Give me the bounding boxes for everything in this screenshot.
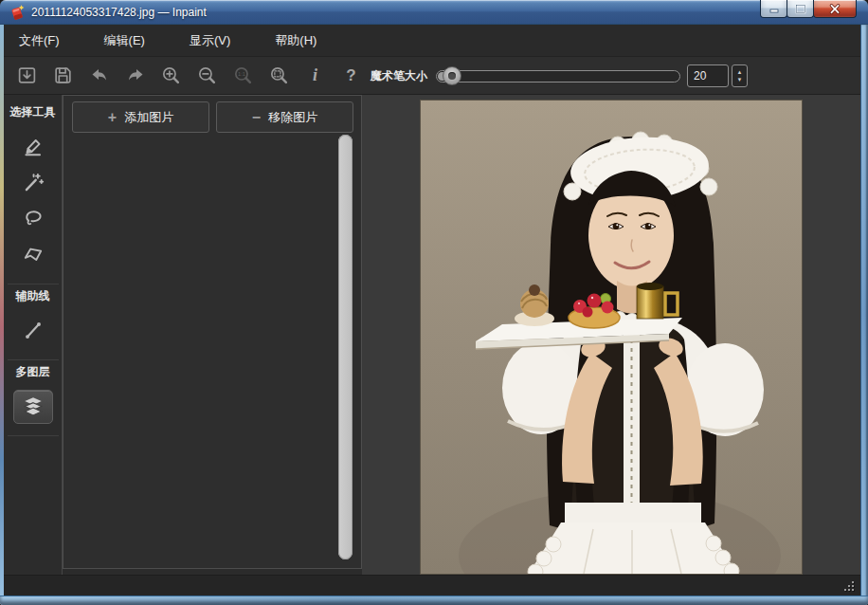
window-border-bottom [0, 596, 868, 605]
redo-button[interactable] [124, 64, 146, 88]
statusbar [4, 575, 860, 596]
menu-help[interactable]: 帮助(H) [275, 32, 316, 49]
polygon-lasso-tool-button[interactable] [19, 240, 47, 268]
layers-button[interactable] [13, 390, 53, 424]
image-list-area [63, 133, 361, 568]
polygon-lasso-icon [22, 243, 45, 266]
zoom-actual-size-icon: 1:1 [233, 65, 253, 85]
section-label-layers: 多图层 [16, 364, 50, 380]
marker-icon [22, 135, 45, 157]
minimize-icon [769, 4, 780, 13]
slider-handle[interactable] [443, 66, 461, 85]
zoom-out-icon [197, 65, 217, 85]
menu-edit[interactable]: 编辑(E) [104, 32, 145, 49]
brush-size-spinbox: 20 ▲ ▼ [687, 64, 748, 87]
menubar: 文件(F) 编辑(E) 显示(V) 帮助(H) [4, 25, 860, 57]
section-layers: 多图层 [8, 360, 59, 436]
undo-button[interactable] [88, 64, 110, 88]
marker-tool-button[interactable] [19, 132, 47, 160]
info-button[interactable]: i [304, 64, 326, 88]
toolbar: 1:1 i ? 魔术笔大小 [4, 57, 860, 95]
section-guide-lines: 辅助线 [8, 284, 59, 360]
window-border-right [860, 25, 868, 605]
open-image-icon [17, 65, 37, 85]
photo-maid-with-dessert-tray [421, 101, 802, 574]
maximize-icon [795, 4, 806, 14]
brush-size-slider[interactable] [436, 70, 680, 82]
inpaint-window: 20111124053317428.jpg — Inpaint 文件(F) [0, 0, 868, 605]
menu-file[interactable]: 文件(F) [19, 32, 60, 49]
save-icon [53, 65, 73, 85]
zoom-in-icon [161, 65, 181, 85]
open-image-button[interactable] [16, 64, 38, 88]
brush-size-group: 魔术笔大小 20 ▲ ▼ [371, 57, 748, 95]
zoom-fit-icon [269, 65, 289, 85]
magic-wand-icon [22, 171, 45, 193]
add-image-button[interactable]: + 添加图片 [72, 101, 209, 133]
image-list-panel: + 添加图片 − 移除图片 [63, 95, 362, 569]
help-icon: ? [346, 66, 355, 85]
minus-icon: − [252, 109, 261, 126]
redo-icon [125, 66, 146, 85]
app-icon[interactable] [9, 4, 26, 21]
window-border-left [0, 25, 4, 605]
zoom-actual-size-button[interactable]: 1:1 [232, 64, 254, 88]
menu-view[interactable]: 显示(V) [190, 32, 230, 49]
section-label-guides: 辅助线 [16, 288, 50, 304]
info-icon: i [313, 65, 317, 85]
photo-canvas[interactable] [421, 101, 802, 574]
image-list-buttons: + 添加图片 − 移除图片 [63, 96, 361, 133]
zoom-out-button[interactable] [196, 64, 218, 88]
tool-sidebar: 选择工具 [4, 95, 63, 575]
titlebar[interactable]: 20111124053317428.jpg — Inpaint [0, 0, 868, 25]
spin-down-icon[interactable]: ▼ [737, 76, 743, 83]
lasso-icon [22, 207, 45, 229]
maximize-button[interactable] [787, 0, 814, 18]
section-label-selection: 选择工具 [10, 104, 56, 120]
close-icon [829, 4, 841, 14]
undo-icon [89, 66, 110, 85]
remove-image-label: 移除图片 [268, 109, 317, 126]
minimize-button[interactable] [760, 0, 787, 18]
brush-size-label: 魔术笔大小 [371, 68, 427, 84]
section-selection-tools: 选择工具 [8, 101, 59, 284]
svg-text:1:1: 1:1 [238, 71, 245, 77]
brush-size-value[interactable]: 20 [687, 64, 729, 87]
remove-image-button[interactable]: − 移除图片 [216, 101, 353, 133]
help-button[interactable]: ? [340, 64, 362, 88]
app-content: 文件(F) 编辑(E) 显示(V) 帮助(H) [4, 25, 860, 596]
list-scrollbar-thumb[interactable] [338, 135, 353, 559]
guide-line-tool-button[interactable] [19, 316, 47, 344]
spin-up-icon[interactable]: ▲ [737, 68, 743, 76]
window-title: 20111124053317428.jpg — Inpaint [31, 6, 207, 19]
plus-icon: + [108, 109, 117, 126]
save-button[interactable] [52, 64, 74, 88]
guide-line-icon [22, 319, 45, 341]
lasso-tool-button[interactable] [19, 204, 47, 232]
main-area: 选择工具 [4, 95, 860, 575]
window-controls [761, 0, 857, 18]
close-button[interactable] [813, 0, 857, 18]
add-image-label: 添加图片 [124, 109, 173, 126]
spin-buttons: ▲ ▼ [732, 64, 748, 87]
resize-grip[interactable] [843, 580, 854, 591]
layers-icon [22, 396, 45, 417]
magic-wand-tool-button[interactable] [19, 168, 47, 196]
zoom-fit-button[interactable] [268, 64, 290, 88]
zoom-in-button[interactable] [160, 64, 182, 88]
editor-canvas [362, 95, 860, 575]
